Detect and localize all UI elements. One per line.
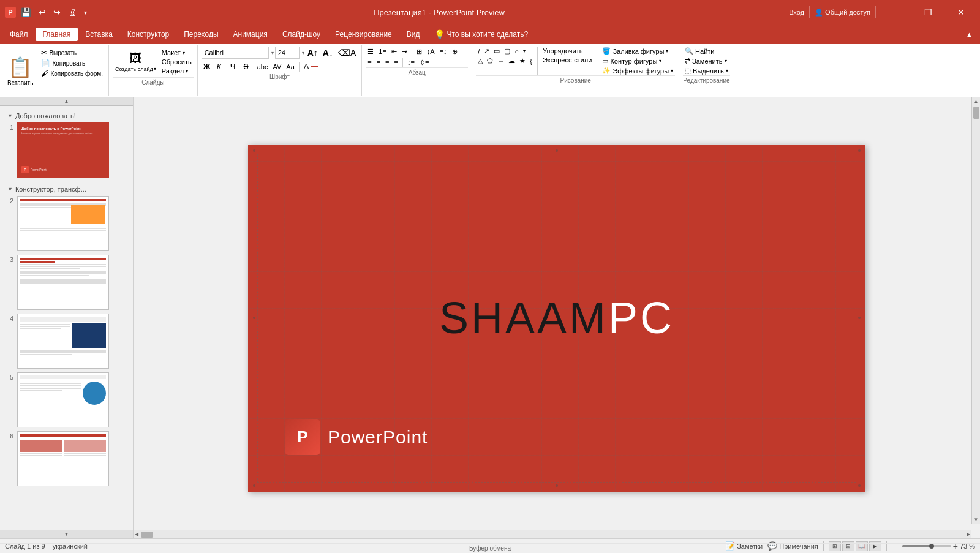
shadow-button[interactable]: abc: [255, 62, 270, 71]
slide-item-1[interactable]: 1 Добро пожаловать в PowerPoint! Начните…: [2, 121, 130, 179]
undo-button[interactable]: ↩: [36, 6, 48, 18]
font-name-input[interactable]: Calibri: [202, 47, 269, 59]
align-left-button[interactable]: ≡: [366, 58, 373, 67]
share-button[interactable]: 👤 Общий доступ: [815, 9, 870, 17]
paragraph-spacing-button[interactable]: ⇳≡: [418, 58, 431, 67]
layout-button[interactable]: Макет ▾: [160, 48, 194, 57]
restore-button[interactable]: ❐: [914, 0, 942, 24]
line-tool[interactable]: /: [476, 47, 481, 56]
text-direction-button[interactable]: ↕A: [425, 47, 437, 56]
slide-item-2[interactable]: 2: [2, 194, 130, 253]
scroll-thumb-h[interactable]: [141, 532, 153, 538]
bold-button[interactable]: Ж: [202, 61, 214, 72]
text-align-vertical-button[interactable]: ≡↕: [438, 47, 449, 56]
menu-help[interactable]: 💡 Что вы хотите сделать?: [427, 27, 535, 42]
align-justify-button[interactable]: ≡: [393, 58, 400, 67]
replace-button[interactable]: ⇄ Заменить ▾: [683, 56, 730, 66]
slide-thumb-6[interactable]: [17, 431, 109, 486]
brace-tool[interactable]: {: [528, 56, 534, 66]
powerpoint-logo-area[interactable]: P PowerPoint: [285, 419, 428, 455]
pentagon-tool[interactable]: ⬠: [485, 56, 495, 66]
reset-button[interactable]: Сбросить: [160, 58, 194, 66]
shape-more[interactable]: ▾: [521, 47, 527, 56]
menu-design[interactable]: Конструктор: [120, 28, 176, 41]
arrow-tool[interactable]: ↗: [482, 47, 491, 56]
menu-slideshow[interactable]: Слайд-шоу: [275, 28, 328, 41]
menu-file[interactable]: Файл: [2, 28, 36, 41]
redo-button[interactable]: ↪: [51, 6, 63, 18]
scroll-thumb-v[interactable]: [973, 107, 979, 119]
slide-canvas-container[interactable]: SHAAMPC P PowerPoint: [134, 97, 980, 538]
slide-thumb-3[interactable]: [17, 255, 109, 310]
scroll-up-arrow[interactable]: ▲: [0, 97, 133, 106]
paste-button[interactable]: 📋 Вставить: [2, 53, 38, 89]
spacing-button[interactable]: AV: [271, 62, 283, 71]
font-name-dropdown[interactable]: ▾: [271, 50, 274, 56]
line-spacing-button[interactable]: ↕≡: [405, 58, 417, 67]
smartart-button[interactable]: ⊕: [450, 47, 459, 56]
sign-in-button[interactable]: Вход: [789, 9, 804, 16]
strikethrough-button[interactable]: З: [242, 61, 254, 72]
slide-item-5[interactable]: 5: [2, 371, 130, 429]
zoom-handle[interactable]: [929, 544, 934, 549]
vertical-scrollbar[interactable]: ▲ ▼: [971, 97, 980, 524]
save-button[interactable]: 💾: [18, 6, 34, 18]
close-button[interactable]: ✕: [947, 0, 975, 24]
print-button[interactable]: 🖨: [66, 6, 79, 18]
menu-transitions[interactable]: Переходы: [176, 28, 225, 41]
arrow-shapes[interactable]: →: [496, 56, 506, 66]
slide-canvas[interactable]: SHAAMPC P PowerPoint: [248, 145, 865, 492]
callout-tool[interactable]: ☁: [507, 56, 517, 66]
zoom-slider[interactable]: [902, 545, 951, 547]
menu-home[interactable]: Главная: [36, 28, 78, 41]
arrange-button[interactable]: Упорядочить: [541, 47, 594, 55]
triangle-tool[interactable]: △: [476, 56, 484, 66]
slide-item-6[interactable]: 6: [2, 429, 130, 488]
scroll-up-button[interactable]: ▲: [973, 97, 980, 105]
section-header-1[interactable]: ▼ Добро пожаловать!: [2, 108, 130, 121]
underline-button[interactable]: Ч: [228, 61, 241, 72]
outline-button[interactable]: ▭ Контур фигуры ▾: [600, 56, 675, 66]
cut-button[interactable]: ✂Вырезать: [39, 48, 105, 58]
slide-item-4[interactable]: 4: [2, 312, 130, 371]
menu-insert[interactable]: Вставка: [78, 28, 120, 41]
indent-increase-button[interactable]: ⇥: [400, 47, 409, 56]
font-increase-button[interactable]: A↑: [306, 47, 320, 58]
columns-button[interactable]: ⊞: [415, 47, 424, 56]
align-right-button[interactable]: ≡: [383, 58, 391, 67]
font-size-input[interactable]: 24: [275, 47, 300, 59]
scroll-down-button[interactable]: ▼: [973, 516, 980, 524]
italic-button[interactable]: К: [215, 61, 227, 72]
horizontal-scrollbar[interactable]: ◀ ▶: [134, 530, 971, 538]
case-button[interactable]: Аа: [284, 62, 296, 71]
express-styles-button[interactable]: Экспресс-стили: [541, 56, 594, 64]
align-center-button[interactable]: ≡: [375, 58, 382, 67]
slide-thumb-4[interactable]: [17, 314, 109, 369]
rect-tool[interactable]: ▭: [492, 47, 502, 56]
numbering-button[interactable]: 1≡: [377, 47, 388, 56]
star-tool[interactable]: ★: [518, 56, 527, 66]
slide-item-3[interactable]: 3: [2, 253, 130, 312]
minimize-button[interactable]: —: [881, 0, 909, 24]
collapse-ribbon-button[interactable]: ▲: [961, 31, 978, 38]
circle-tool[interactable]: ○: [513, 47, 521, 56]
indent-decrease-button[interactable]: ⇤: [390, 47, 399, 56]
select-button[interactable]: ⬚ Выделить ▾: [683, 66, 730, 75]
menu-animation[interactable]: Анимация: [226, 28, 275, 41]
menu-view[interactable]: Вид: [399, 28, 428, 41]
slides-scroll[interactable]: ▼ Добро пожаловать! 1 Добро пожаловать в…: [0, 106, 133, 530]
customize-button[interactable]: ▾: [81, 8, 89, 17]
font-decrease-button[interactable]: A↓: [321, 47, 335, 58]
new-slide-button[interactable]: 🖼 Создать слайд▾: [113, 50, 159, 75]
section-button[interactable]: Раздел ▾: [160, 67, 194, 75]
effect-button[interactable]: ✨ Эффекты фигуры ▾: [600, 66, 675, 75]
format-painter-button[interactable]: 🖌Копировать форм.: [39, 69, 105, 78]
menu-review[interactable]: Рецензирование: [328, 28, 399, 41]
font-color-button[interactable]: A: [302, 61, 320, 72]
copy-button[interactable]: 📄Копировать: [39, 58, 105, 68]
fill-button[interactable]: 🪣 Заливка фигуры ▾: [600, 47, 675, 56]
slide-thumb-5[interactable]: [17, 372, 109, 427]
brand-text-container[interactable]: SHAAMPC: [439, 293, 674, 343]
slide-thumb-2[interactable]: [17, 196, 109, 251]
font-size-dropdown[interactable]: ▾: [302, 50, 304, 56]
